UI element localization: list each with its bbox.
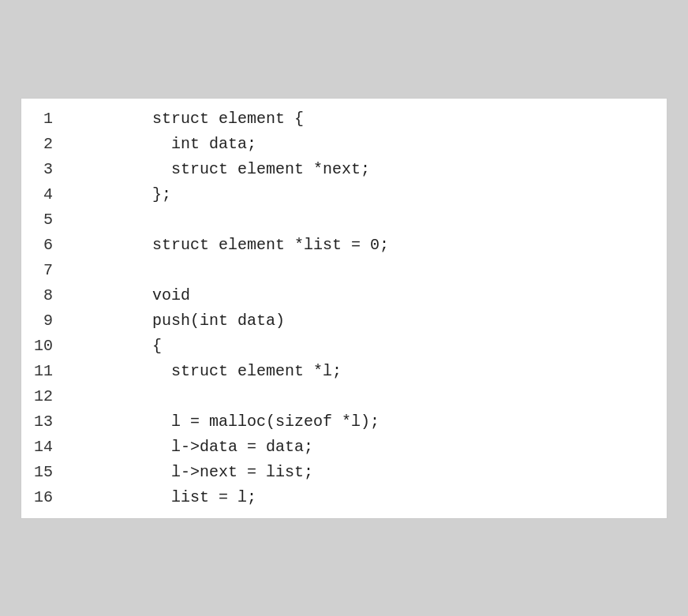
- line-number: 14: [21, 435, 69, 460]
- code-line: 1 struct element {: [21, 106, 667, 132]
- line-number: 1: [21, 106, 69, 132]
- code-line: 2 int data;: [21, 132, 667, 157]
- line-number: 6: [21, 233, 69, 258]
- code-container: 1 struct element {2 int data;3 struct el…: [21, 98, 667, 519]
- code-line: 16 list = l;: [21, 485, 667, 510]
- line-content: int data;: [69, 132, 667, 157]
- code-line: 3 struct element *next;: [21, 157, 667, 182]
- line-number: 10: [21, 334, 69, 359]
- code-line: 8 void: [21, 283, 667, 308]
- code-line: 6 struct element *list = 0;: [21, 233, 667, 258]
- line-content: [69, 258, 667, 283]
- line-content: l = malloc(sizeof *l);: [69, 409, 667, 435]
- code-block: 1 struct element {2 int data;3 struct el…: [21, 106, 667, 510]
- line-number: 5: [21, 207, 69, 233]
- line-content: struct element *l;: [69, 359, 667, 384]
- line-content: l->next = list;: [69, 460, 667, 485]
- line-content: void: [69, 283, 667, 308]
- code-line: 4 };: [21, 182, 667, 207]
- line-content: struct element {: [69, 106, 667, 132]
- line-content: };: [69, 182, 667, 207]
- line-number: 4: [21, 182, 69, 207]
- code-line: 13 l = malloc(sizeof *l);: [21, 409, 667, 435]
- code-line: 10 {: [21, 334, 667, 359]
- line-number: 12: [21, 384, 69, 409]
- line-number: 7: [21, 258, 69, 283]
- code-line: 5: [21, 207, 667, 233]
- line-content: list = l;: [69, 485, 667, 510]
- line-number: 13: [21, 409, 69, 435]
- line-number: 16: [21, 485, 69, 510]
- line-content: [69, 207, 667, 233]
- line-number: 2: [21, 132, 69, 157]
- line-number: 9: [21, 308, 69, 334]
- line-content: struct element *list = 0;: [69, 233, 667, 258]
- code-line: 9 push(int data): [21, 308, 667, 334]
- code-line: 11 struct element *l;: [21, 359, 667, 384]
- line-number: 15: [21, 460, 69, 485]
- code-line: 12: [21, 384, 667, 409]
- line-content: struct element *next;: [69, 157, 667, 182]
- code-line: 14 l->data = data;: [21, 435, 667, 460]
- line-content: l->data = data;: [69, 435, 667, 460]
- line-number: 11: [21, 359, 69, 384]
- code-line: 15 l->next = list;: [21, 460, 667, 485]
- line-content: [69, 384, 667, 409]
- line-content: push(int data): [69, 308, 667, 334]
- line-content: {: [69, 334, 667, 359]
- line-number: 3: [21, 157, 69, 182]
- code-line: 7: [21, 258, 667, 283]
- line-number: 8: [21, 283, 69, 308]
